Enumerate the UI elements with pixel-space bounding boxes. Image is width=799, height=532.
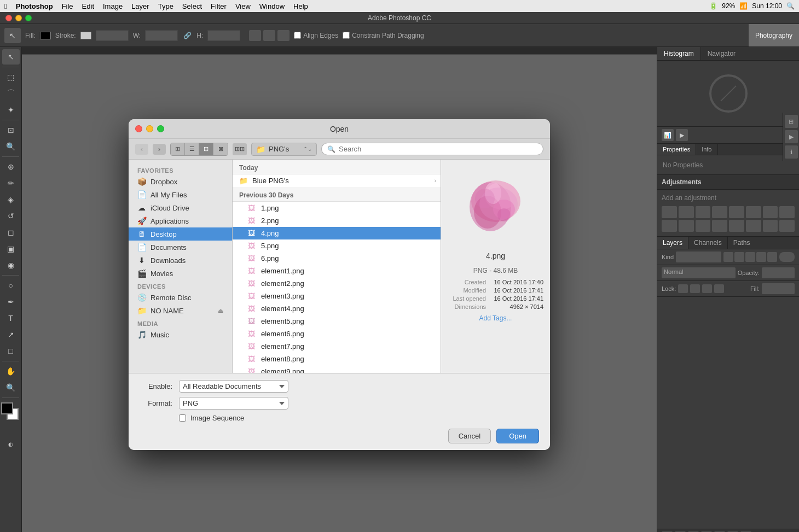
link-icon[interactable]: 🔗 bbox=[182, 31, 192, 40]
sidebar-item-downloads[interactable]: ⬇ Downloads bbox=[129, 254, 232, 267]
search-icon[interactable]: 🔍 bbox=[786, 2, 795, 10]
side-icon-info[interactable]: ℹ bbox=[785, 145, 798, 159]
lock-btn-4[interactable] bbox=[714, 284, 724, 293]
align-edges-checkbox[interactable] bbox=[294, 32, 301, 39]
side-icon-2[interactable]: ▶ bbox=[785, 130, 798, 143]
tool-select[interactable]: ↖ bbox=[2, 49, 20, 65]
color-swatches[interactable] bbox=[1, 402, 21, 422]
sidebar-item-remote-disc[interactable]: 💿 Remote Disc bbox=[129, 291, 232, 304]
sidebar-item-icloud[interactable]: ☁ iCloud Drive bbox=[129, 201, 232, 214]
sidebar-item-all-my-files[interactable]: 📄 All My Files bbox=[129, 188, 232, 201]
menu-type[interactable]: Type bbox=[158, 2, 173, 10]
sidebar-item-music[interactable]: 🎵 Music bbox=[129, 328, 232, 341]
file-element9[interactable]: 🖼 element9.png bbox=[233, 365, 441, 373]
fill-layers-input[interactable] bbox=[762, 283, 795, 294]
add-tags-link[interactable]: Add Tags... bbox=[479, 314, 512, 322]
image-sequence-checkbox[interactable] bbox=[179, 414, 186, 422]
file-4png[interactable]: 🖼 4.png bbox=[233, 227, 441, 239]
menu-select[interactable]: Select bbox=[182, 2, 202, 10]
shape-btn-1[interactable] bbox=[249, 30, 261, 41]
tool-zoom[interactable]: 🔍 bbox=[2, 380, 20, 395]
h-input[interactable] bbox=[207, 30, 240, 41]
constrain-checkbox[interactable] bbox=[343, 32, 350, 39]
menu-window[interactable]: Window bbox=[259, 2, 285, 10]
tool-hand[interactable]: ✋ bbox=[2, 364, 20, 379]
kind-filter-5[interactable] bbox=[767, 252, 777, 262]
sidebar-item-desktop[interactable]: 🖥 Desktop bbox=[129, 227, 232, 241]
tool-path-select[interactable]: ↗ bbox=[2, 327, 20, 342]
adj-btn-9[interactable] bbox=[662, 220, 677, 232]
cancel-button[interactable]: Cancel bbox=[448, 429, 491, 443]
kind-select[interactable] bbox=[676, 252, 721, 262]
tool-dodge[interactable]: ○ bbox=[2, 278, 20, 293]
tool-heal[interactable]: ⊕ bbox=[2, 159, 20, 174]
tool-blur[interactable]: ◉ bbox=[2, 258, 20, 273]
nav-btn-2[interactable]: ▶ bbox=[676, 129, 688, 141]
adj-btn-15[interactable] bbox=[763, 220, 778, 232]
file-blue-pngs[interactable]: 📁 Blue PNG's › bbox=[233, 174, 441, 187]
navigator-tab[interactable]: Navigator bbox=[701, 47, 742, 60]
file-6png[interactable]: 🖼 6.png bbox=[233, 252, 441, 265]
adj-btn-5[interactable] bbox=[729, 206, 744, 218]
w-input[interactable] bbox=[145, 30, 178, 41]
lock-btn-2[interactable] bbox=[690, 284, 700, 293]
layers-tab[interactable]: Layers bbox=[657, 237, 688, 249]
menu-photoshop[interactable]: Photoshop bbox=[16, 2, 53, 10]
lock-btn-3[interactable] bbox=[702, 284, 712, 293]
adj-btn-8[interactable] bbox=[779, 206, 795, 218]
menu-layer[interactable]: Layer bbox=[131, 2, 149, 10]
format-select[interactable]: PNG bbox=[179, 397, 288, 410]
shape-btn-2[interactable] bbox=[263, 30, 275, 41]
mode-select[interactable]: Normal bbox=[662, 267, 736, 278]
enable-select[interactable]: All Readable Documents bbox=[179, 380, 288, 393]
arrange-btn[interactable]: ⊞⊞ bbox=[233, 143, 247, 155]
adj-btn-10[interactable] bbox=[679, 220, 694, 232]
tool-stamp[interactable]: ◈ bbox=[2, 192, 20, 207]
file-element5[interactable]: 🖼 element5.png bbox=[233, 315, 441, 328]
file-element8[interactable]: 🖼 element8.png bbox=[233, 353, 441, 365]
ps-canvas[interactable]: Open ‹ › ⊞ ☰ ⊟ ⊠ ⊞⊞ 📁 PNG's bbox=[22, 47, 657, 532]
photography-badge[interactable]: Photography bbox=[749, 24, 799, 46]
view-icon-btn[interactable]: ⊞ bbox=[171, 143, 185, 155]
menu-file[interactable]: File bbox=[62, 2, 73, 10]
adj-btn-16[interactable] bbox=[779, 220, 795, 232]
lock-btn-1[interactable] bbox=[678, 284, 688, 293]
tool-gradient[interactable]: ▣ bbox=[2, 241, 20, 256]
histogram-tab[interactable]: Histogram bbox=[657, 47, 701, 60]
adj-btn-4[interactable] bbox=[712, 206, 727, 218]
tool-eraser[interactable]: ◻ bbox=[2, 225, 20, 240]
sidebar-item-applications[interactable]: 🚀 Applications bbox=[129, 214, 232, 227]
kind-filter-4[interactable] bbox=[756, 252, 766, 262]
stroke-input[interactable] bbox=[96, 30, 129, 41]
tool-extra-1[interactable]: ◐ bbox=[2, 436, 20, 452]
search-box[interactable]: 🔍 bbox=[321, 143, 543, 155]
view-column-btn[interactable]: ⊟ bbox=[199, 143, 213, 155]
adj-btn-6[interactable] bbox=[746, 206, 761, 218]
sidebar-item-movies[interactable]: 🎬 Movies bbox=[129, 267, 232, 280]
channels-tab[interactable]: Channels bbox=[688, 237, 728, 249]
sidebar-item-no-name[interactable]: 📁 NO NAME ⏏ bbox=[129, 304, 232, 317]
open-button[interactable]: Open bbox=[496, 429, 539, 443]
nav-forward-btn[interactable]: › bbox=[153, 144, 166, 155]
file-element3[interactable]: 🖼 element3.png bbox=[233, 290, 441, 302]
adj-btn-7[interactable] bbox=[763, 206, 778, 218]
paths-tab[interactable]: Paths bbox=[728, 237, 756, 249]
side-icon-1[interactable]: ⊞ bbox=[785, 115, 798, 128]
menu-view[interactable]: View bbox=[235, 2, 251, 10]
file-element4[interactable]: 🖼 element4.png bbox=[233, 302, 441, 315]
move-tool[interactable]: ↖ bbox=[4, 28, 21, 43]
file-element7[interactable]: 🖼 element7.png bbox=[233, 340, 441, 353]
stroke-swatch[interactable] bbox=[80, 32, 91, 39]
window-close[interactable] bbox=[5, 15, 12, 21]
properties-tab[interactable]: Properties bbox=[657, 144, 696, 155]
info-tab[interactable]: Info bbox=[696, 144, 717, 155]
kind-toggle[interactable] bbox=[779, 252, 795, 262]
shape-btn-3[interactable] bbox=[277, 30, 290, 41]
window-maximize[interactable] bbox=[25, 15, 32, 21]
tool-pen[interactable]: ✒ bbox=[2, 294, 20, 309]
file-2png[interactable]: 🖼 2.png bbox=[233, 214, 441, 227]
menu-image[interactable]: Image bbox=[103, 2, 123, 10]
dialog-close-btn[interactable] bbox=[135, 125, 142, 132]
dialog-minimize-btn[interactable] bbox=[146, 125, 153, 132]
adj-btn-1[interactable] bbox=[662, 206, 677, 218]
